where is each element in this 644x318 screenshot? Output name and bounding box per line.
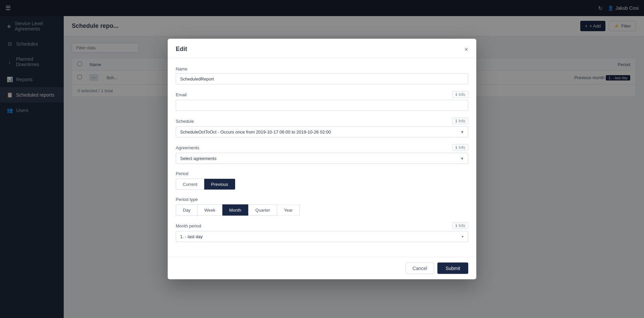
email-field-group: Email ℹ Info [176, 91, 468, 111]
schedule-select-wrapper: ScheduleOctToOct - Occurs once from 2019… [176, 126, 468, 138]
period-type-month-button[interactable]: Month [222, 205, 248, 216]
agreements-select[interactable]: Select agreements [176, 153, 468, 164]
modal-title: Edit [176, 46, 187, 53]
month-period-info-button[interactable]: ℹ Info [452, 222, 468, 229]
month-period-field-group: Month period ℹ Info 1. - last day [176, 222, 468, 242]
period-type-day-button[interactable]: Day [176, 205, 198, 216]
month-period-label: Month period [176, 223, 201, 228]
period-previous-button[interactable]: Previous [204, 179, 235, 190]
email-input[interactable] [176, 100, 468, 111]
month-period-select[interactable]: 1. - last day [176, 231, 468, 242]
info-icon-month: ℹ [455, 223, 457, 228]
period-current-button[interactable]: Current [176, 179, 204, 190]
schedule-info-button[interactable]: ℹ Info [452, 118, 468, 124]
info-icon-schedule: ℹ [455, 119, 457, 123]
agreements-info-label: Info [459, 145, 465, 150]
agreements-select-wrapper: Select agreements ▼ [176, 153, 468, 164]
info-icon-agreements: ℹ [455, 145, 457, 150]
cancel-button[interactable]: Cancel [406, 263, 434, 274]
info-icon: ℹ [455, 92, 457, 97]
agreements-info-button[interactable]: ℹ Info [452, 144, 468, 151]
agreements-field-group: Agreements ℹ Info Select agreements ▼ [176, 144, 468, 164]
schedule-label: Schedule [176, 118, 194, 123]
edit-modal: Edit × Name Email ℹ Info Schedule [168, 39, 476, 279]
schedule-info-label: Info [459, 119, 465, 123]
name-field-group: Name [176, 66, 468, 85]
email-info-button[interactable]: ℹ Info [452, 91, 468, 98]
email-info-label: Info [459, 92, 465, 97]
month-period-info-label: Info [459, 223, 465, 228]
period-type-week-button[interactable]: Week [198, 205, 222, 216]
period-type-button-group: Day Week Month Quarter Year [176, 205, 468, 216]
email-label: Email [176, 92, 187, 97]
modal-footer: Cancel Submit [168, 257, 476, 279]
period-label: Period [176, 171, 189, 176]
schedule-field-group: Schedule ℹ Info ScheduleOctToOct - Occur… [176, 118, 468, 138]
modal-close-button[interactable]: × [464, 46, 468, 52]
month-period-select-wrapper: 1. - last day [176, 231, 468, 242]
modal-body: Name Email ℹ Info Schedule ℹ Info [168, 58, 476, 257]
schedule-select[interactable]: ScheduleOctToOct - Occurs once from 2019… [176, 126, 468, 138]
period-field-group: Period Current Previous [176, 171, 468, 190]
agreements-label: Agreements [176, 145, 199, 150]
period-type-year-button[interactable]: Year [277, 205, 300, 216]
period-type-quarter-button[interactable]: Quarter [248, 205, 277, 216]
period-type-label: Period type [176, 197, 198, 202]
submit-button[interactable]: Submit [437, 263, 468, 274]
period-type-field-group: Period type Day Week Month Quarter Year [176, 197, 468, 216]
name-input[interactable] [176, 73, 468, 85]
period-button-group: Current Previous [176, 179, 468, 190]
name-label: Name [176, 66, 187, 71]
modal-header: Edit × [168, 39, 476, 58]
